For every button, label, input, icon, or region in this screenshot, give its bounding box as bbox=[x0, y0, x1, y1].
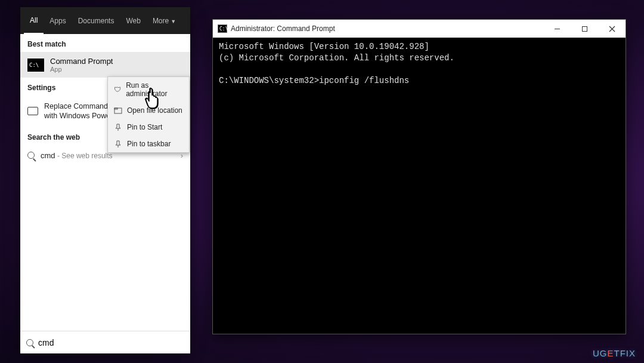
search-tabs: All Apps Documents Web More▼ bbox=[20, 7, 190, 34]
search-input[interactable] bbox=[38, 338, 184, 347]
command-prompt-window: C:\ Administrator: Command Prompt Micros… bbox=[212, 19, 626, 334]
monitor-icon bbox=[27, 107, 38, 115]
folder-icon bbox=[114, 106, 122, 115]
svg-rect-3 bbox=[582, 26, 587, 31]
best-match-subtitle: App bbox=[50, 66, 113, 73]
tab-apps[interactable]: Apps bbox=[44, 8, 72, 33]
app-icon: C:\ bbox=[218, 24, 227, 33]
tab-more[interactable]: More▼ bbox=[147, 8, 182, 33]
ctx-label: Pin to Start bbox=[127, 123, 162, 131]
watermark: UGETFIX bbox=[593, 348, 636, 358]
search-icon bbox=[26, 339, 33, 346]
titlebar[interactable]: C:\ Administrator: Command Prompt bbox=[213, 20, 626, 38]
best-match-label: Best match bbox=[20, 34, 190, 52]
terminal-line: Microsoft Windows [Version 10.0.19042.92… bbox=[219, 42, 429, 51]
best-match-title: Command Prompt bbox=[50, 57, 113, 66]
minimize-button[interactable] bbox=[543, 20, 571, 38]
maximize-button[interactable] bbox=[571, 20, 598, 38]
best-match-command-prompt[interactable]: C:\ Command Prompt App bbox=[20, 52, 190, 78]
tab-documents[interactable]: Documents bbox=[72, 8, 120, 33]
web-hint: - See web results bbox=[55, 152, 113, 160]
pin-icon bbox=[114, 140, 122, 148]
web-query: cmd bbox=[41, 151, 55, 160]
start-search-panel: All Apps Documents Web More▼ Best match … bbox=[20, 7, 190, 353]
terminal-line: C:\WINDOWS\system32>ipconfig /flushdns bbox=[219, 76, 409, 85]
tab-all[interactable]: All bbox=[24, 8, 44, 34]
cursor-pointer-icon bbox=[144, 87, 162, 110]
tab-web[interactable]: Web bbox=[120, 8, 146, 33]
terminal-body[interactable]: Microsoft Windows [Version 10.0.19042.92… bbox=[213, 38, 626, 334]
chevron-down-icon: ▼ bbox=[171, 19, 176, 24]
search-box bbox=[20, 331, 190, 353]
svg-rect-1 bbox=[114, 108, 117, 109]
ctx-pin-to-start[interactable]: Pin to Start bbox=[108, 119, 189, 136]
search-icon bbox=[27, 152, 35, 159]
close-button[interactable] bbox=[598, 20, 626, 38]
svg-rect-0 bbox=[114, 108, 122, 113]
terminal-line: (c) Microsoft Corporation. All rights re… bbox=[219, 53, 454, 63]
ctx-label: Pin to taskbar bbox=[127, 140, 171, 148]
window-title: Administrator: Command Prompt bbox=[231, 24, 335, 33]
ctx-pin-to-taskbar[interactable]: Pin to taskbar bbox=[108, 136, 189, 152]
pin-icon bbox=[114, 123, 122, 131]
command-prompt-icon: C:\ bbox=[27, 59, 44, 72]
shield-icon: 🛡 bbox=[114, 85, 121, 94]
